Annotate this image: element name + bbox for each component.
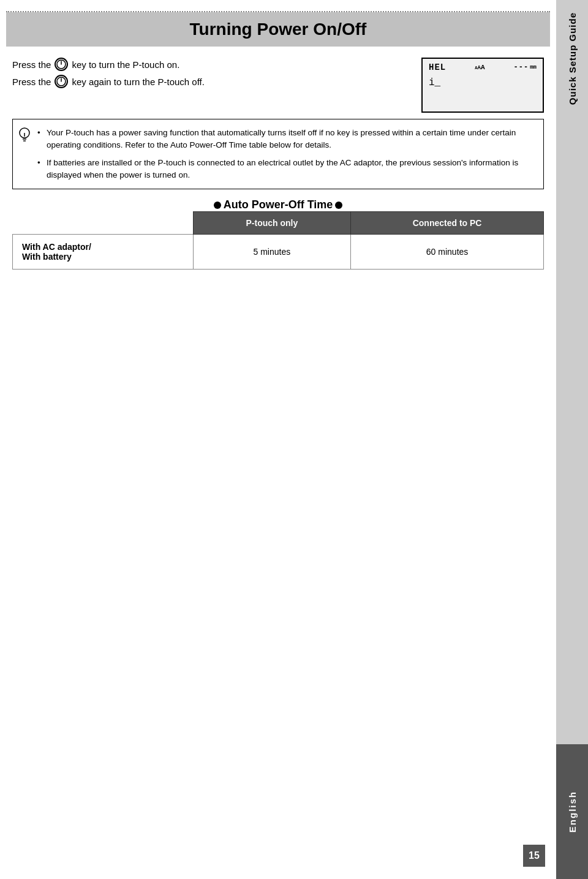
power-icon-1 bbox=[55, 58, 68, 71]
table-cell-row-header: With AC adaptor/With battery bbox=[13, 235, 194, 270]
right-sidebar: Quick Setup Guide English bbox=[556, 0, 588, 879]
auto-power-section: Auto Power-Off Time P-touch only Connect… bbox=[12, 198, 544, 270]
lightbulb-icon bbox=[18, 127, 31, 146]
auto-power-title-text: Auto Power-Off Time bbox=[224, 198, 333, 211]
lcd-display: HEL AAA --- mm i_ bbox=[421, 58, 544, 113]
bullet-left bbox=[214, 202, 221, 209]
press-the-2: Press the bbox=[12, 77, 51, 87]
page-number-value: 15 bbox=[529, 850, 540, 861]
lcd-cursor: i_ bbox=[429, 77, 440, 88]
lcd-right-section: --- mm bbox=[514, 63, 537, 72]
note-item-2: If batteries are installed or the P-touc… bbox=[37, 157, 534, 182]
lcd-hel-text: HEL bbox=[429, 62, 446, 72]
note-item-1: Your P-touch has a power saving function… bbox=[37, 127, 534, 152]
bullet-right bbox=[335, 202, 342, 209]
table-header-ptouch: P-touch only bbox=[193, 212, 351, 235]
table-row: With AC adaptor/With battery 5 minutes 6… bbox=[13, 235, 544, 270]
lcd-font-indicators: AAA bbox=[475, 64, 484, 71]
sidebar-bottom-section: English bbox=[556, 744, 588, 879]
title-section: Turning Power On/Off bbox=[6, 12, 550, 47]
power-table: P-touch only Connected to PC With AC ada… bbox=[12, 211, 544, 270]
intro-section: Press the key to turn the P-touch on. Pr… bbox=[6, 47, 550, 119]
lcd-dashes: --- bbox=[514, 63, 529, 72]
page-number: 15 bbox=[523, 845, 545, 867]
press-the-1: Press the bbox=[12, 59, 51, 70]
key-to-turn-on: key to turn the P-touch on. bbox=[72, 59, 179, 70]
sidebar-bottom-label: English bbox=[567, 791, 578, 832]
main-content: Turning Power On/Off Press the key to tu… bbox=[0, 0, 556, 879]
table-header-empty bbox=[13, 212, 194, 235]
intro-text-block: Press the key to turn the P-touch on. Pr… bbox=[12, 58, 409, 92]
notes-section: Your P-touch has a power saving function… bbox=[12, 119, 544, 189]
power-icon-2 bbox=[55, 75, 68, 88]
intro-line-2: Press the key again to turn the P-touch … bbox=[12, 75, 409, 88]
page-title: Turning Power On/Off bbox=[18, 20, 538, 39]
intro-line-1: Press the key to turn the P-touch on. bbox=[12, 58, 409, 71]
key-again-turn-off: key again to turn the P-touch off. bbox=[72, 77, 205, 87]
lcd-unit: mm bbox=[530, 64, 537, 70]
sidebar-top-label: Quick Setup Guide bbox=[567, 12, 578, 105]
auto-power-title: Auto Power-Off Time bbox=[12, 198, 544, 211]
table-cell-pc-value: 60 minutes bbox=[351, 235, 544, 270]
table-header-pc: Connected to PC bbox=[351, 212, 544, 235]
table-cell-ptouch-value: 5 minutes bbox=[193, 235, 351, 270]
